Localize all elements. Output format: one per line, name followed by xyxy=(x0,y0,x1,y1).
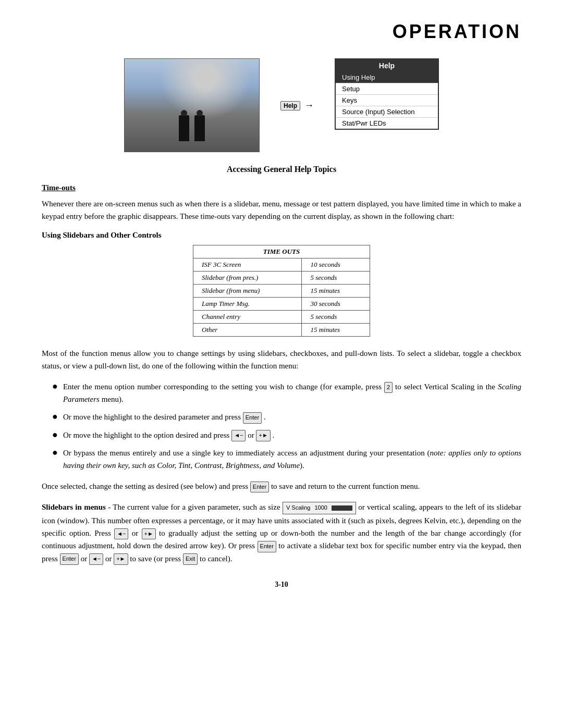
table-row: Lamp Timer Msg. xyxy=(193,298,302,311)
help-menu: Help Using Help Setup Keys Source (Input… xyxy=(335,58,439,130)
tv-image xyxy=(124,58,260,152)
key-enter-2: Enter xyxy=(250,482,269,493)
slidebars-bold: Slidebars in menus xyxy=(42,503,106,511)
table-row: 10 seconds xyxy=(302,258,370,272)
timeouts-body: Whenever there are on-screen menus such … xyxy=(42,198,521,223)
slidebar-label: V Scaling xyxy=(286,503,310,513)
key-right-1: +► xyxy=(256,430,270,441)
body3-text: Once selected, change the setting as des… xyxy=(42,480,521,492)
slidebars-heading: Using Slidebars and Other Controls xyxy=(42,231,521,240)
slidebar-value: 1000 xyxy=(314,503,327,513)
table-row: 5 seconds xyxy=(302,272,370,285)
bullet-dot-1: ● xyxy=(52,380,58,392)
key-left-1: ◄− xyxy=(231,430,246,441)
key-left-2: ◄− xyxy=(114,528,128,540)
bullet-dot-4: ● xyxy=(52,447,58,459)
slidebars-in-menus-text: Slidebars in menus - The current value f… xyxy=(42,501,521,564)
skier-1 xyxy=(179,115,189,141)
list-item-3: ● Or move the highlight to the option de… xyxy=(52,429,521,441)
timeouts-heading: Time-outs xyxy=(42,183,521,192)
table-row: 5 seconds xyxy=(302,311,370,324)
key-left-3: ◄− xyxy=(89,553,103,565)
table-row: 15 minutes xyxy=(302,285,370,298)
diagram-section: Help → Help Using Help Setup Keys Source… xyxy=(42,58,521,152)
page-title: OPERATION xyxy=(393,21,521,42)
bullet-3-text: Or move the highlight to the option desi… xyxy=(63,429,274,441)
table-row: Slidebar (from menu) xyxy=(193,285,302,298)
key-exit: Exit xyxy=(183,553,198,565)
bullet-dot-2: ● xyxy=(52,411,58,423)
page-number: 3-10 xyxy=(42,581,521,589)
slidebar-widget: V Scaling 1000 xyxy=(283,502,356,514)
table-row: Channel entry xyxy=(193,311,302,324)
key-right-2: +► xyxy=(142,528,156,540)
bullet-2-text: Or move the highlight to the desired par… xyxy=(63,411,266,423)
table-row: ISF 3C Screen xyxy=(193,258,302,272)
table-row: 30 seconds xyxy=(302,298,370,311)
section-title: Accessing General Help Topics xyxy=(42,165,521,174)
table-row: Other xyxy=(193,324,302,337)
table-row: Slidebar (from pres.) xyxy=(193,272,302,285)
list-item-1: ● Enter the menu option number correspon… xyxy=(52,380,521,405)
key-2: 2 xyxy=(384,382,393,393)
key-right-3: +► xyxy=(114,553,128,565)
page-header: OPERATION xyxy=(42,21,521,43)
slidebar-bar xyxy=(332,505,352,511)
skier-background xyxy=(125,59,259,152)
help-menu-item-using-help[interactable]: Using Help xyxy=(336,72,438,83)
skier-group xyxy=(179,115,205,141)
help-menu-item-source[interactable]: Source (Input) Selection xyxy=(336,106,438,118)
help-menu-title: Help xyxy=(336,59,438,72)
bullet-4-text: Or bypass the menus entirely and use a s… xyxy=(63,447,521,472)
arrow-right-icon: → xyxy=(304,100,314,111)
bullet-dot-3: ● xyxy=(52,429,58,441)
note-italic: note: applies only to options having the… xyxy=(63,449,521,470)
timeout-table: TIME OUTS ISF 3C Screen 10 seconds Slide… xyxy=(193,245,370,337)
help-button[interactable]: Help xyxy=(280,101,300,110)
body2-text: Most of the function menus allow you to … xyxy=(42,347,521,372)
table-row: 15 minutes xyxy=(302,324,370,337)
bullet-1-text: Enter the menu option number correspondi… xyxy=(63,380,521,405)
scaling-params-italic: Scaling Parameters xyxy=(63,382,521,403)
help-menu-item-stat[interactable]: Stat/Pwr LEDs xyxy=(336,118,438,129)
key-enter-1: Enter xyxy=(243,412,262,424)
list-item-4: ● Or bypass the menus entirely and use a… xyxy=(52,447,521,472)
help-menu-item-setup[interactable]: Setup xyxy=(336,83,438,95)
key-enter-3: Enter xyxy=(258,541,276,552)
help-menu-item-keys[interactable]: Keys xyxy=(336,95,438,106)
skier-2 xyxy=(194,115,205,141)
key-enter-4: Enter xyxy=(60,553,79,565)
list-item-2: ● Or move the highlight to the desired p… xyxy=(52,411,521,423)
table-header: TIME OUTS xyxy=(193,245,370,258)
help-arrow-label: Help → xyxy=(280,100,314,111)
bullet-list: ● Enter the menu option number correspon… xyxy=(52,380,521,472)
